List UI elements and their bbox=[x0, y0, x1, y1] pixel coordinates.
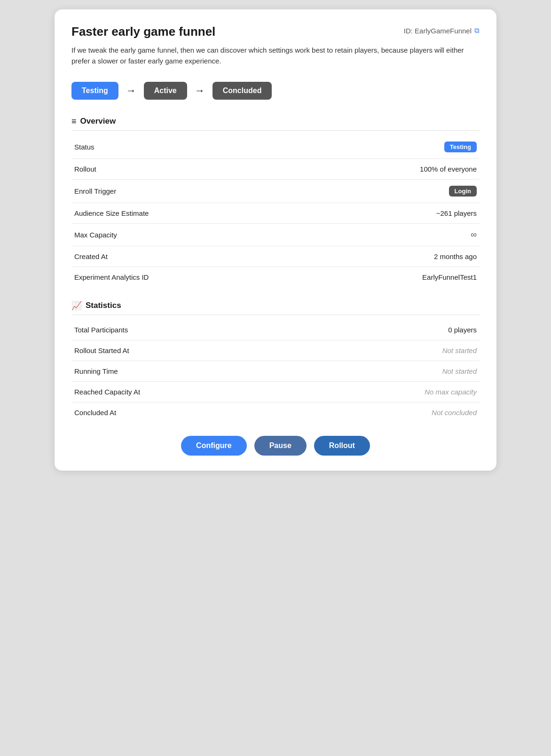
row-value: 0 players bbox=[276, 320, 480, 340]
enroll-trigger-badge: Login bbox=[449, 186, 477, 197]
table-row: Status Testing bbox=[71, 135, 480, 159]
row-key: Status bbox=[71, 135, 276, 159]
infinity-symbol: ∞ bbox=[471, 230, 477, 239]
row-key: Enroll Trigger bbox=[71, 179, 276, 203]
row-value: ~261 players bbox=[276, 203, 480, 223]
pipeline-arrow-1: → bbox=[126, 85, 136, 97]
row-key: Rollout bbox=[71, 158, 276, 179]
row-key: Audience Size Estimate bbox=[71, 203, 276, 223]
overview-title: Overview bbox=[80, 117, 116, 126]
pause-button[interactable]: Pause bbox=[254, 436, 307, 456]
pipeline-step-concluded: Concluded bbox=[213, 82, 272, 100]
row-key: Created At bbox=[71, 246, 276, 267]
row-key: Rollout Started At bbox=[71, 340, 276, 361]
pipeline-step-active: Active bbox=[144, 82, 187, 100]
rollout-button[interactable]: Rollout bbox=[314, 436, 370, 456]
experiment-title: Faster early game funnel bbox=[71, 24, 215, 39]
title-block: Faster early game funnel bbox=[71, 24, 215, 39]
overview-icon: ≡ bbox=[71, 117, 77, 126]
row-value: No max capacity bbox=[276, 381, 480, 402]
row-key: Concluded At bbox=[71, 402, 276, 423]
table-row: Total Participants 0 players bbox=[71, 320, 480, 340]
statistics-section-header: 📈 Statistics bbox=[71, 300, 480, 315]
table-row: Rollout 100% of everyone bbox=[71, 158, 480, 179]
table-row: Rollout Started At Not started bbox=[71, 340, 480, 361]
row-value: 100% of everyone bbox=[276, 158, 480, 179]
copy-icon[interactable]: ⧉ bbox=[474, 26, 480, 35]
row-value: Not concluded bbox=[276, 402, 480, 423]
row-value: 2 months ago bbox=[276, 246, 480, 267]
row-key: Total Participants bbox=[71, 320, 276, 340]
statistics-icon: 📈 bbox=[71, 300, 82, 311]
row-key: Max Capacity bbox=[71, 223, 276, 246]
row-key: Reached Capacity At bbox=[71, 381, 276, 402]
table-row: Experiment Analytics ID EarlyFunnelTest1 bbox=[71, 267, 480, 287]
action-buttons: Configure Pause Rollout bbox=[71, 436, 480, 456]
experiment-card: Faster early game funnel ID: EarlyGameFu… bbox=[55, 9, 496, 471]
row-value: Login bbox=[276, 179, 480, 203]
row-value: Not started bbox=[276, 361, 480, 381]
overview-table: Status Testing Rollout 100% of everyone … bbox=[71, 135, 480, 287]
table-row: Reached Capacity At No max capacity bbox=[71, 381, 480, 402]
pipeline-step-testing: Testing bbox=[71, 82, 118, 100]
table-row: Audience Size Estimate ~261 players bbox=[71, 203, 480, 223]
overview-section-header: ≡ Overview bbox=[71, 117, 480, 131]
card-header: Faster early game funnel ID: EarlyGameFu… bbox=[71, 24, 480, 39]
table-row: Concluded At Not concluded bbox=[71, 402, 480, 423]
table-row: Enroll Trigger Login bbox=[71, 179, 480, 203]
row-value: ∞ bbox=[276, 223, 480, 246]
status-badge: Testing bbox=[444, 142, 477, 152]
row-key: Running Time bbox=[71, 361, 276, 381]
pipeline: Testing → Active → Concluded bbox=[71, 82, 480, 100]
table-row: Created At 2 months ago bbox=[71, 246, 480, 267]
id-label: ID: EarlyGameFunnel bbox=[404, 27, 472, 35]
row-value: Not started bbox=[276, 340, 480, 361]
statistics-table: Total Participants 0 players Rollout Sta… bbox=[71, 320, 480, 423]
statistics-title: Statistics bbox=[86, 301, 121, 310]
id-section: ID: EarlyGameFunnel ⧉ bbox=[404, 26, 480, 35]
table-row: Max Capacity ∞ bbox=[71, 223, 480, 246]
pipeline-arrow-2: → bbox=[195, 85, 205, 97]
row-value: Testing bbox=[276, 135, 480, 159]
row-key: Experiment Analytics ID bbox=[71, 267, 276, 287]
experiment-description: If we tweak the early game funnel, then … bbox=[71, 45, 480, 67]
table-row: Running Time Not started bbox=[71, 361, 480, 381]
row-value: EarlyFunnelTest1 bbox=[276, 267, 480, 287]
configure-button[interactable]: Configure bbox=[181, 436, 247, 456]
